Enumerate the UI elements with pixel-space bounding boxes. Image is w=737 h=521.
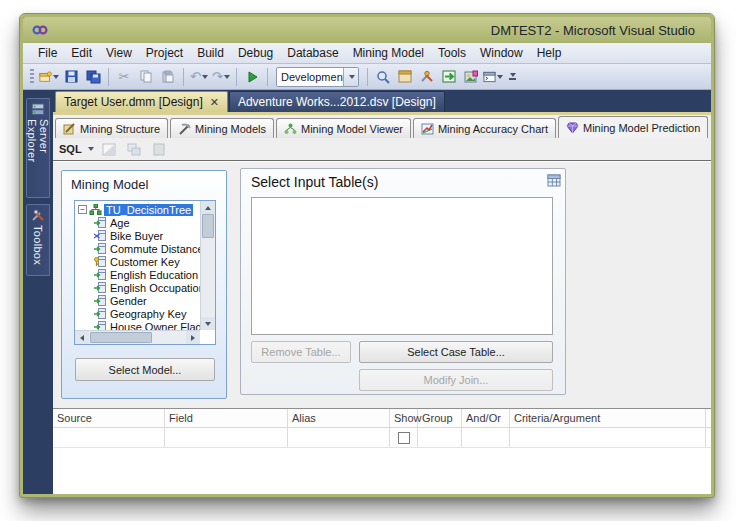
toolbar-separator	[108, 68, 109, 86]
server-explorer-tab[interactable]: Server Explorer	[26, 98, 50, 198]
redo-dropdown-icon[interactable]	[224, 75, 230, 79]
tree-root-label: TU_DecisionTree	[104, 204, 193, 216]
redo-button[interactable]: ↷	[211, 67, 231, 87]
tree-root-row[interactable]: − TU_DecisionTree	[75, 203, 200, 216]
menu-debug[interactable]: Debug	[231, 44, 280, 62]
tree-item-english-occupation[interactable]: English Occupation	[75, 281, 200, 294]
tab-mining-structure[interactable]: Mining Structure	[55, 118, 168, 138]
scroll-right-button[interactable]	[186, 331, 200, 344]
input-tables-listbox[interactable]	[251, 197, 553, 335]
scroll-down-button[interactable]	[201, 317, 215, 330]
sql-dropdown-icon[interactable]	[88, 147, 94, 151]
scroll-up-button[interactable]	[201, 201, 215, 214]
grid-empty-row[interactable]	[53, 428, 711, 448]
mining-model-tree[interactable]: − TU_DecisionTree Age Bike Buyer Commute…	[74, 200, 216, 345]
chevron-down-icon	[510, 73, 516, 77]
new-project-dropdown-icon[interactable]	[53, 75, 59, 79]
switch-view-button[interactable]	[99, 139, 119, 159]
column-header-source[interactable]: Source	[53, 409, 165, 427]
tree-item-customer-key[interactable]: Customer Key	[75, 255, 200, 268]
toolbox-toolbar-button[interactable]	[417, 67, 437, 87]
menu-mining-model[interactable]: Mining Model	[346, 44, 431, 62]
vertical-scroll-thumb[interactable]	[202, 214, 214, 238]
menu-build[interactable]: Build	[190, 44, 231, 62]
tree-item-age[interactable]: Age	[75, 216, 200, 229]
find-in-files-button[interactable]	[373, 67, 393, 87]
undo-dropdown-icon[interactable]	[202, 75, 208, 79]
predictable-column-icon	[94, 230, 106, 241]
singleton-query-button[interactable]	[124, 139, 144, 159]
tree-horizontal-scrollbar[interactable]	[75, 330, 200, 344]
scroll-left-button[interactable]	[75, 331, 89, 344]
tab-mining-models[interactable]: Mining Models	[170, 118, 274, 138]
save-button[interactable]	[61, 67, 81, 87]
close-icon[interactable]: ✕	[210, 97, 219, 107]
document-well: Target User.dmm [Design] ✕ Adventure Wor…	[53, 90, 711, 494]
horizontal-scroll-thumb[interactable]	[90, 332, 152, 343]
column-header-field[interactable]: Field	[165, 409, 288, 427]
tree-item-label: House Owner Flag	[108, 321, 200, 331]
doc-tab-target-user[interactable]: Target User.dmm [Design] ✕	[55, 91, 228, 112]
tree-item-house-owner-flag[interactable]: House Owner Flag	[75, 320, 200, 330]
result-view-button[interactable]	[149, 139, 169, 159]
image-viewer-button[interactable]	[461, 67, 481, 87]
start-debugging-button[interactable]	[242, 67, 262, 87]
properties-window-button[interactable]	[395, 67, 415, 87]
cell-andor[interactable]	[462, 428, 510, 447]
show-checkbox[interactable]	[398, 432, 410, 444]
cell-criteria[interactable]	[510, 428, 706, 447]
select-case-table-button[interactable]: Select Case Table...	[359, 341, 553, 363]
collapse-icon[interactable]: −	[78, 205, 87, 214]
sql-view-button[interactable]: SQL	[59, 143, 82, 155]
menu-edit[interactable]: Edit	[64, 44, 99, 62]
combobox-dropdown-button[interactable]	[343, 68, 358, 86]
copy-button[interactable]	[136, 67, 156, 87]
menu-tools[interactable]: Tools	[431, 44, 473, 62]
cell-source[interactable]	[53, 428, 165, 447]
tree-item-bike-buyer[interactable]: Bike Buyer	[75, 229, 200, 242]
tree-item-commute-distance[interactable]: Commute Distance	[75, 242, 200, 255]
cut-button[interactable]: ✂	[114, 67, 134, 87]
menu-view[interactable]: View	[99, 44, 139, 62]
menu-bar: File Edit View Project Build Debug Datab…	[23, 43, 711, 64]
tab-mining-model-prediction[interactable]: Mining Model Prediction	[558, 116, 708, 138]
menu-project[interactable]: Project	[139, 44, 190, 62]
select-model-button[interactable]: Select Model...	[75, 358, 215, 381]
tree-item-gender[interactable]: Gender	[75, 294, 200, 307]
title-bar[interactable]: DMTEST2 - Microsoft Visual Studio	[23, 17, 711, 43]
input-column-icon	[94, 295, 106, 306]
tree-item-english-education[interactable]: English Education	[75, 268, 200, 281]
toolbar-grip[interactable]	[30, 69, 34, 85]
save-all-button[interactable]	[83, 67, 103, 87]
menu-file[interactable]: File	[31, 44, 64, 62]
mining-model-panel: Mining Model − TU_DecisionTree Age	[61, 170, 227, 399]
column-header-andor[interactable]: And/Or	[462, 409, 510, 427]
tab-mining-accuracy-chart[interactable]: Mining Accuracy Chart	[413, 118, 556, 138]
tab-mining-model-viewer[interactable]: Mining Model Viewer	[276, 118, 411, 138]
new-project-button[interactable]	[39, 67, 59, 87]
menu-database[interactable]: Database	[280, 44, 345, 62]
tree-item-geography-key[interactable]: Geography Key	[75, 307, 200, 320]
column-header-alias[interactable]: Alias	[288, 409, 390, 427]
tree-vertical-scrollbar[interactable]	[200, 201, 215, 330]
column-header-show[interactable]: Show	[390, 409, 418, 427]
modify-join-button[interactable]: Modify Join...	[359, 369, 553, 391]
remove-table-button[interactable]: Remove Table...	[251, 341, 351, 363]
cell-field[interactable]	[165, 428, 288, 447]
solution-configuration-combobox[interactable]: Development	[276, 67, 359, 87]
menu-help[interactable]: Help	[530, 44, 569, 62]
toolbar-overflow-button[interactable]	[509, 73, 516, 80]
menu-window[interactable]: Window	[473, 44, 530, 62]
doc-tab-adventure-works[interactable]: Adventure Works...2012.dsv [Design]	[229, 91, 445, 112]
toolbox-tab[interactable]: Toolbox	[26, 204, 50, 276]
input-column-icon	[94, 308, 106, 319]
command-window-button[interactable]	[483, 67, 503, 87]
cell-group[interactable]	[418, 428, 462, 447]
column-header-criteria[interactable]: Criteria/Argument	[510, 409, 706, 427]
deploy-button[interactable]	[439, 67, 459, 87]
column-header-group[interactable]: Group	[418, 409, 462, 427]
undo-button[interactable]: ↶	[189, 67, 209, 87]
console-dropdown-icon[interactable]	[497, 75, 503, 79]
paste-button[interactable]	[158, 67, 178, 87]
cell-alias[interactable]	[288, 428, 390, 447]
